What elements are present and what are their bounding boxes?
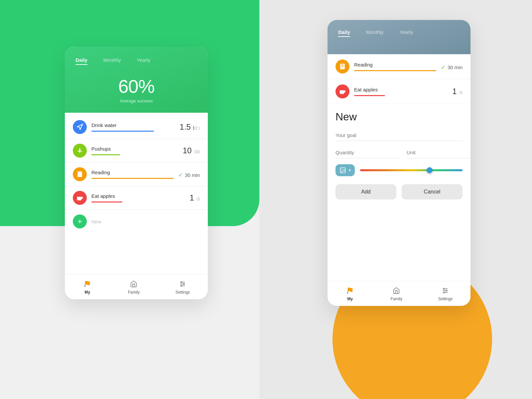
habit-icon-eat-apples-right	[335, 84, 349, 98]
tab-monthly-right[interactable]: Monthly	[366, 29, 384, 37]
habit-name-eat-apples-right: Eat apples	[354, 87, 448, 92]
svg-point-8	[181, 282, 182, 283]
habit-info-eat-apples-right: Eat apples	[354, 87, 448, 96]
cancel-button[interactable]: Cancel	[402, 184, 463, 200]
habit-eat-apples-left: Eat apples 1 /3	[65, 186, 208, 210]
progress-bar-eat-apples-left	[91, 201, 122, 202]
habit-info-reading-left: Reading	[91, 170, 174, 179]
nav-label-family-right: Family	[391, 297, 402, 301]
habit-info-reading-right: Reading	[354, 62, 436, 71]
progress-bar-eat-apples-right	[354, 95, 385, 96]
new-habit-label-left: New	[91, 219, 101, 224]
new-habit-form: New ▾	[328, 104, 470, 281]
nav-settings-right[interactable]: Settings	[438, 286, 453, 301]
nav-label-settings-right: Settings	[438, 297, 453, 301]
svg-point-20	[444, 292, 445, 293]
quantity-input[interactable]	[335, 147, 399, 158]
new-habit-circle-left: +	[73, 214, 87, 228]
right-card: Daily Monthly Yearly Reading ✓ 30 min	[328, 20, 470, 306]
left-card-body: Drink water 1.5 l/2 l Pushups 10 /3	[65, 113, 208, 299]
habit-icon-pushups	[73, 144, 87, 158]
nav-family-left[interactable]: Family	[128, 279, 140, 295]
nav-label-my-right: My	[347, 297, 353, 301]
habit-name-pushups: Pushups	[91, 146, 178, 152]
svg-point-9	[183, 283, 185, 285]
habit-value-eat-apples-right: 1 /3	[452, 87, 463, 96]
image-icon	[339, 167, 346, 174]
progress-bar-drink-water	[91, 131, 154, 132]
nav-label-my-left: My	[85, 290, 90, 295]
nav-my-left[interactable]: My	[83, 279, 92, 295]
habit-icon-reading-right	[335, 60, 349, 73]
right-tabs: Daily Monthly Yearly	[338, 29, 460, 37]
right-card-nav: My Family	[328, 281, 470, 306]
svg-point-10	[181, 285, 182, 287]
tab-monthly-left[interactable]: Monthly	[103, 57, 121, 65]
left-tabs: Daily Monthly Yearly	[75, 57, 197, 65]
left-card: Daily Monthly Yearly 60% Average success…	[65, 47, 208, 299]
habit-value-pushups: 10 /30	[183, 146, 200, 155]
habit-icon-eat-apples-left	[73, 191, 87, 205]
habit-icon-drink-water	[73, 120, 87, 134]
habit-value-eat-apples-left: 1 /3	[190, 193, 200, 202]
new-habit-item-left[interactable]: + New	[65, 210, 208, 233]
tab-daily-right[interactable]: Daily	[338, 29, 350, 37]
habit-name-reading-right: Reading	[354, 62, 436, 67]
progress-bar-reading-left	[91, 178, 174, 179]
percent-display: 60%	[75, 75, 197, 97]
nav-label-family-left: Family	[128, 290, 140, 295]
left-card-nav: My Family	[65, 274, 208, 299]
home-icon-left	[129, 279, 138, 289]
habit-info-drink-water: Drink water	[91, 122, 175, 132]
habit-value-drink-water: 1.5 l/2 l	[180, 122, 200, 132]
new-form-title: New	[335, 111, 463, 123]
home-icon-right	[392, 286, 401, 295]
nav-label-settings-left: Settings	[176, 290, 190, 295]
unit-input[interactable]	[407, 147, 470, 158]
flag-icon-left	[83, 279, 92, 289]
habit-reading-right: Reading ✓ 30 min	[328, 54, 470, 79]
flag-icon-right	[345, 286, 355, 295]
progress-bar-reading-right	[354, 70, 436, 71]
icon-picker-button[interactable]: ▾	[335, 164, 355, 176]
svg-point-0	[79, 148, 80, 150]
habit-drink-water: Drink water 1.5 l/2 l	[65, 115, 208, 139]
dropdown-arrow-icon: ▾	[349, 168, 351, 173]
add-button[interactable]: Add	[335, 184, 396, 200]
svg-point-13	[341, 169, 342, 170]
habit-icon-reading-left	[73, 167, 87, 181]
habit-eat-apples-right: Eat apples 1 /3	[328, 79, 470, 104]
left-card-header: Daily Monthly Yearly 60% Average success	[65, 47, 208, 113]
habit-reading-left: Reading ✓ 30 min	[65, 163, 208, 186]
progress-bar-pushups	[91, 154, 120, 155]
nav-family-right[interactable]: Family	[391, 286, 402, 301]
goal-input[interactable]	[335, 130, 463, 141]
color-slider-thumb[interactable]	[427, 167, 433, 173]
tab-yearly-left[interactable]: Yearly	[137, 57, 150, 65]
habit-value-reading-left: ✓ 30 min	[178, 170, 200, 179]
svg-point-19	[446, 290, 447, 291]
habit-name-eat-apples-left: Eat apples	[91, 193, 185, 199]
avg-success-label: Average success	[75, 98, 197, 103]
color-slider-track	[360, 169, 463, 171]
right-card-body: Reading ✓ 30 min Eat apples 1 /3	[328, 54, 470, 306]
habit-name-drink-water: Drink water	[91, 122, 175, 128]
color-picker-row: ▾	[335, 164, 463, 176]
svg-point-18	[444, 288, 445, 290]
nav-my-right[interactable]: My	[345, 286, 355, 301]
quantity-unit-row	[335, 147, 463, 158]
habit-info-eat-apples-left: Eat apples	[91, 193, 185, 202]
tab-yearly-right[interactable]: Yearly	[399, 29, 413, 37]
nav-settings-left[interactable]: Settings	[176, 279, 190, 295]
settings-icon-left	[178, 279, 187, 289]
tab-daily-left[interactable]: Daily	[75, 57, 87, 65]
settings-icon-right	[441, 286, 450, 295]
right-card-header: Daily Monthly Yearly	[328, 20, 470, 54]
habit-name-reading-left: Reading	[91, 170, 174, 175]
habit-info-pushups: Pushups	[91, 146, 178, 155]
habit-pushups: Pushups 10 /30	[65, 139, 208, 163]
habit-value-reading-right: ✓ 30 min	[441, 62, 463, 71]
form-button-row: Add Cancel	[335, 184, 463, 200]
